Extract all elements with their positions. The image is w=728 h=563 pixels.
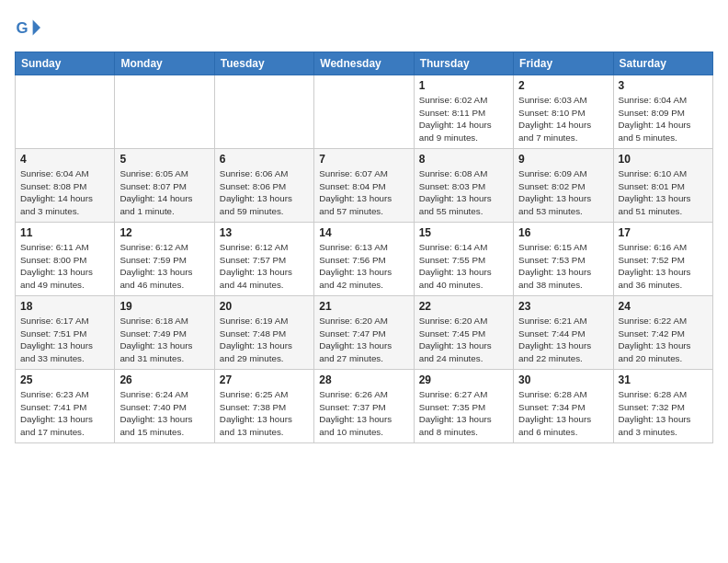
week-row-4: 18Sunrise: 6:17 AM Sunset: 7:51 PM Dayli…: [16, 296, 713, 370]
day-info: Sunrise: 6:12 AM Sunset: 7:59 PM Dayligh…: [119, 241, 209, 292]
day-number: 17: [619, 226, 708, 239]
calendar-cell: 23Sunrise: 6:21 AM Sunset: 7:44 PM Dayli…: [514, 296, 613, 370]
calendar-cell: 18Sunrise: 6:17 AM Sunset: 7:51 PM Dayli…: [16, 296, 115, 370]
day-number: 9: [518, 153, 608, 166]
calendar-cell: 13Sunrise: 6:12 AM Sunset: 7:57 PM Dayli…: [214, 223, 313, 296]
calendar-table: SundayMondayTuesdayWednesdayThursdayFrid…: [15, 52, 713, 443]
calendar-cell: 4Sunrise: 6:04 AM Sunset: 8:08 PM Daylig…: [16, 149, 115, 223]
day-header-thursday: Thursday: [414, 52, 513, 75]
day-number: 1: [419, 79, 508, 92]
day-number: 22: [419, 300, 508, 313]
calendar-cell: 15Sunrise: 6:14 AM Sunset: 7:55 PM Dayli…: [414, 223, 513, 296]
calendar-cell: 6Sunrise: 6:06 AM Sunset: 8:06 PM Daylig…: [214, 149, 313, 223]
day-info: Sunrise: 6:20 AM Sunset: 7:47 PM Dayligh…: [319, 315, 408, 365]
day-number: 26: [119, 373, 209, 386]
svg-marker-1: [33, 20, 40, 36]
day-number: 19: [119, 300, 209, 313]
calendar-cell: [314, 75, 414, 149]
calendar-cell: 14Sunrise: 6:13 AM Sunset: 7:56 PM Dayli…: [314, 223, 414, 296]
day-info: Sunrise: 6:28 AM Sunset: 7:34 PM Dayligh…: [518, 388, 608, 439]
day-info: Sunrise: 6:19 AM Sunset: 7:48 PM Dayligh…: [220, 315, 309, 365]
day-info: Sunrise: 6:16 AM Sunset: 7:52 PM Dayligh…: [619, 241, 708, 292]
logo-icon: G: [15, 15, 40, 40]
day-info: Sunrise: 6:26 AM Sunset: 7:37 PM Dayligh…: [319, 388, 408, 439]
day-info: Sunrise: 6:11 AM Sunset: 8:00 PM Dayligh…: [20, 241, 109, 292]
day-info: Sunrise: 6:24 AM Sunset: 7:40 PM Dayligh…: [119, 388, 209, 439]
day-info: Sunrise: 6:04 AM Sunset: 8:09 PM Dayligh…: [619, 94, 708, 144]
calendar-cell: [16, 75, 115, 149]
day-number: 23: [518, 300, 608, 313]
calendar-cell: 25Sunrise: 6:23 AM Sunset: 7:41 PM Dayli…: [16, 370, 115, 443]
day-header-wednesday: Wednesday: [314, 52, 414, 75]
day-number: 8: [419, 153, 508, 166]
calendar-cell: 7Sunrise: 6:07 AM Sunset: 8:04 PM Daylig…: [314, 149, 414, 223]
day-info: Sunrise: 6:27 AM Sunset: 7:35 PM Dayligh…: [419, 388, 508, 439]
week-row-1: 1Sunrise: 6:02 AM Sunset: 8:11 PM Daylig…: [16, 75, 713, 149]
calendar-cell: 27Sunrise: 6:25 AM Sunset: 7:38 PM Dayli…: [214, 370, 313, 443]
svg-text:G: G: [16, 19, 28, 37]
header-row: SundayMondayTuesdayWednesdayThursdayFrid…: [16, 52, 713, 75]
day-number: 24: [619, 300, 708, 313]
logo: G: [15, 15, 44, 40]
calendar-cell: 21Sunrise: 6:20 AM Sunset: 7:47 PM Dayli…: [314, 296, 414, 370]
day-number: 14: [319, 226, 408, 239]
day-info: Sunrise: 6:20 AM Sunset: 7:45 PM Dayligh…: [419, 315, 508, 365]
day-number: 3: [619, 79, 708, 92]
day-info: Sunrise: 6:22 AM Sunset: 7:42 PM Dayligh…: [619, 315, 708, 365]
day-header-saturday: Saturday: [613, 52, 712, 75]
day-info: Sunrise: 6:10 AM Sunset: 8:01 PM Dayligh…: [619, 167, 708, 218]
day-header-sunday: Sunday: [16, 52, 115, 75]
day-info: Sunrise: 6:05 AM Sunset: 8:07 PM Dayligh…: [119, 167, 209, 218]
calendar-cell: 20Sunrise: 6:19 AM Sunset: 7:48 PM Dayli…: [214, 296, 313, 370]
day-info: Sunrise: 6:13 AM Sunset: 7:56 PM Dayligh…: [319, 241, 408, 292]
day-number: 28: [319, 373, 408, 386]
week-row-2: 4Sunrise: 6:04 AM Sunset: 8:08 PM Daylig…: [16, 149, 713, 223]
calendar-cell: 2Sunrise: 6:03 AM Sunset: 8:10 PM Daylig…: [514, 75, 613, 149]
day-info: Sunrise: 6:04 AM Sunset: 8:08 PM Dayligh…: [20, 167, 109, 218]
calendar-cell: 30Sunrise: 6:28 AM Sunset: 7:34 PM Dayli…: [514, 370, 613, 443]
calendar-cell: 3Sunrise: 6:04 AM Sunset: 8:09 PM Daylig…: [613, 75, 712, 149]
day-number: 31: [619, 373, 708, 386]
day-number: 25: [20, 373, 109, 386]
week-row-5: 25Sunrise: 6:23 AM Sunset: 7:41 PM Dayli…: [16, 370, 713, 443]
day-number: 13: [220, 226, 309, 239]
day-info: Sunrise: 6:17 AM Sunset: 7:51 PM Dayligh…: [20, 315, 109, 365]
calendar-cell: [214, 75, 313, 149]
day-number: 10: [619, 153, 708, 166]
calendar-cell: 8Sunrise: 6:08 AM Sunset: 8:03 PM Daylig…: [414, 149, 513, 223]
day-info: Sunrise: 6:21 AM Sunset: 7:44 PM Dayligh…: [518, 315, 608, 365]
day-number: 16: [518, 226, 608, 239]
day-info: Sunrise: 6:07 AM Sunset: 8:04 PM Dayligh…: [319, 167, 408, 218]
calendar-cell: 17Sunrise: 6:16 AM Sunset: 7:52 PM Dayli…: [613, 223, 712, 296]
day-header-friday: Friday: [514, 52, 613, 75]
calendar-cell: 22Sunrise: 6:20 AM Sunset: 7:45 PM Dayli…: [414, 296, 513, 370]
day-header-monday: Monday: [115, 52, 214, 75]
day-info: Sunrise: 6:08 AM Sunset: 8:03 PM Dayligh…: [419, 167, 508, 218]
day-number: 18: [20, 300, 109, 313]
day-number: 20: [220, 300, 309, 313]
day-info: Sunrise: 6:28 AM Sunset: 7:32 PM Dayligh…: [619, 388, 708, 439]
calendar-cell: 31Sunrise: 6:28 AM Sunset: 7:32 PM Dayli…: [613, 370, 712, 443]
day-number: 11: [20, 226, 109, 239]
calendar-cell: 12Sunrise: 6:12 AM Sunset: 7:59 PM Dayli…: [115, 223, 214, 296]
day-info: Sunrise: 6:18 AM Sunset: 7:49 PM Dayligh…: [119, 315, 209, 365]
calendar-cell: 16Sunrise: 6:15 AM Sunset: 7:53 PM Dayli…: [514, 223, 613, 296]
calendar-cell: 24Sunrise: 6:22 AM Sunset: 7:42 PM Dayli…: [613, 296, 712, 370]
page-header: G: [15, 15, 713, 40]
day-info: Sunrise: 6:25 AM Sunset: 7:38 PM Dayligh…: [220, 388, 309, 439]
calendar-cell: 11Sunrise: 6:11 AM Sunset: 8:00 PM Dayli…: [16, 223, 115, 296]
calendar-cell: 19Sunrise: 6:18 AM Sunset: 7:49 PM Dayli…: [115, 296, 214, 370]
calendar-cell: 5Sunrise: 6:05 AM Sunset: 8:07 PM Daylig…: [115, 149, 214, 223]
day-info: Sunrise: 6:09 AM Sunset: 8:02 PM Dayligh…: [518, 167, 608, 218]
calendar-cell: [115, 75, 214, 149]
day-number: 29: [419, 373, 508, 386]
day-info: Sunrise: 6:15 AM Sunset: 7:53 PM Dayligh…: [518, 241, 608, 292]
calendar-cell: 9Sunrise: 6:09 AM Sunset: 8:02 PM Daylig…: [514, 149, 613, 223]
day-number: 6: [220, 153, 309, 166]
day-header-tuesday: Tuesday: [214, 52, 313, 75]
calendar-cell: 10Sunrise: 6:10 AM Sunset: 8:01 PM Dayli…: [613, 149, 712, 223]
calendar-cell: 1Sunrise: 6:02 AM Sunset: 8:11 PM Daylig…: [414, 75, 513, 149]
calendar-cell: 28Sunrise: 6:26 AM Sunset: 7:37 PM Dayli…: [314, 370, 414, 443]
day-info: Sunrise: 6:23 AM Sunset: 7:41 PM Dayligh…: [20, 388, 109, 439]
day-info: Sunrise: 6:03 AM Sunset: 8:10 PM Dayligh…: [518, 94, 608, 144]
